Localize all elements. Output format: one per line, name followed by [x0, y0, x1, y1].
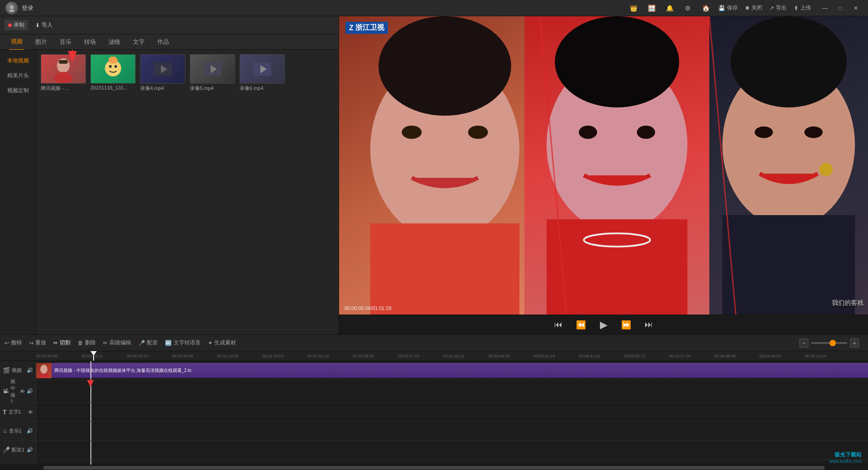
delete-button[interactable]: 🗑 删除	[78, 339, 96, 347]
play-button[interactable]: ▶	[597, 318, 610, 332]
tab-video[interactable]: 视频	[9, 34, 24, 50]
media-item-4[interactable]: 录像6.mp4	[240, 54, 285, 92]
export-label: 导出	[776, 4, 787, 12]
text-visibility-icon[interactable]: 👁	[28, 409, 33, 415]
voice-track-label: 配音1	[12, 446, 24, 453]
sidebar-item-custom[interactable]: 视频定制	[0, 83, 36, 98]
video-track-audio-icon[interactable]: 🔊	[27, 367, 33, 373]
track-label-subtitle: ≡ 字幕1 👁	[0, 460, 36, 465]
pip-audio-icon[interactable]: 🔊	[27, 388, 33, 394]
import-button[interactable]: ⬇ 导入	[32, 20, 56, 30]
video-clip[interactable]: 腾讯视频 - 中国领先的在线视频媒体平台,海量高清视频在线观看_2.ts	[52, 363, 868, 378]
music-audio-icon[interactable]: 🔊	[27, 428, 33, 434]
skip-to-start-button[interactable]: ⏮	[552, 318, 565, 332]
site-watermark: 极光下载站 www.kzdhz.com	[829, 451, 862, 464]
video-preview: Z 浙江卫视 我们的客栈 00:00:05.06/01:01:28	[339, 16, 868, 315]
close-button[interactable]: ✕	[849, 3, 863, 13]
ruler-mark-9: 00:02:45:22	[443, 354, 465, 358]
media-item-2[interactable]: 录像4.mp4	[140, 54, 185, 92]
tts-label: 文字转语音	[174, 339, 201, 347]
preview-watermark: 我们的客栈	[832, 299, 863, 307]
svg-point-25	[555, 16, 679, 108]
tab-image[interactable]: 图片	[33, 34, 49, 50]
tab-music[interactable]: 音乐	[58, 34, 73, 50]
text-track-label: 文字1	[9, 409, 21, 415]
generate-button[interactable]: ✦ 生成素材	[208, 339, 236, 347]
video-track-label: 视频	[12, 367, 22, 374]
sidebar-item-local-video[interactable]: 本地视频	[0, 53, 36, 68]
dubbing-button[interactable]: 🎤 配音	[138, 339, 158, 347]
close-action[interactable]: ✖ 关闭	[745, 4, 762, 12]
track-content-voice	[36, 441, 868, 459]
channel-name: 浙江卫视	[355, 23, 384, 33]
bell-icon[interactable]: 🔔	[664, 3, 675, 14]
save-icon: 💾	[718, 5, 725, 11]
undo-button[interactable]: ↩ 撤销	[5, 339, 22, 347]
crown-icon[interactable]: 👑	[628, 3, 639, 14]
face-right	[709, 16, 868, 315]
ruler-mark-14: 00:04:17:26	[669, 354, 691, 358]
tts-button[interactable]: 🔤 文字转语音	[165, 339, 201, 347]
topbar-right: 👑 🪟 🔔 ⚙ 🏠 💾 保存 ✖ 关闭 ↗ 导出 ⬆ 上传 —	[628, 3, 863, 14]
watermark-brand: 极光下载站	[829, 451, 862, 459]
redo-button[interactable]: ↪ 重做	[29, 339, 46, 347]
media-item-1[interactable]: 20231116_131...	[90, 54, 136, 92]
pip-visibility-icon[interactable]: 👁	[20, 389, 25, 394]
svg-rect-4	[59, 60, 68, 64]
import-icon: ⬇	[35, 22, 40, 28]
red-arrow-2	[63, 380, 99, 389]
minimize-button[interactable]: —	[818, 3, 832, 13]
maximize-button[interactable]: □	[834, 3, 847, 13]
cut-button[interactable]: ✂ 切割	[53, 339, 71, 347]
channel-logo: Z 浙江卫视	[345, 22, 388, 34]
settings-icon[interactable]: ⚙	[682, 3, 693, 14]
text-track-icon: T	[3, 409, 7, 416]
track-content-subtitle	[36, 460, 868, 465]
zoom-out-button[interactable]: −	[799, 338, 808, 348]
track-content-video: 腾讯视频 - 中国领先的在线视频媒体平台,海量高清视频在线观看_2.ts	[36, 361, 868, 380]
step-forward-button[interactable]: ⏩	[619, 318, 633, 332]
window-icon[interactable]: 🪟	[646, 3, 657, 14]
app-avatar	[5, 2, 18, 14]
ruler-mark-2: 00:00:36:24	[127, 354, 148, 358]
timeline-tracks: 🎬 视频 🔊 腾讯视频 - 中国领先的在线视频媒体平台,海量高清视频在线观看_	[0, 361, 868, 465]
preview-panel: Z 浙江卫视 我们的客栈 00:00:05.06/01:01:28	[339, 16, 868, 334]
ruler-mark-3: 00:00:55:06	[172, 354, 193, 358]
voice-audio-icon[interactable]: 🔊	[27, 447, 33, 453]
svg-point-30	[804, 127, 822, 138]
tab-text[interactable]: 文字	[131, 34, 146, 50]
cut-icon: ✂	[53, 340, 58, 346]
watermark-text: 我们的客栈	[832, 299, 863, 306]
thumb-label-1: 20231116_131...	[90, 85, 136, 90]
tab-works[interactable]: 作品	[156, 34, 171, 50]
svg-point-36	[40, 365, 47, 374]
scrollbar-thumb[interactable]	[43, 466, 825, 470]
ruler-mark-11: 00:03:22:18	[533, 354, 555, 358]
save-action[interactable]: 💾 保存	[718, 4, 738, 12]
export-action[interactable]: ↗ 导出	[769, 4, 787, 12]
skip-to-end-button[interactable]: ⏭	[642, 318, 656, 332]
timeline-toolbar: ↩ 撤销 ↪ 重做 ✂ 切割 🗑 删除 ✏ 高级编辑	[0, 335, 868, 351]
record-button[interactable]: 录制	[5, 20, 28, 30]
track-playhead-pip	[90, 380, 91, 402]
upload-action[interactable]: ⬆ 上传	[794, 4, 811, 12]
media-item-3[interactable]: 录像5.mp4	[190, 54, 235, 92]
svg-point-29	[755, 127, 773, 138]
topbar-title: 登录	[22, 4, 33, 12]
advanced-edit-button[interactable]: ✏ 高级编辑	[103, 339, 131, 347]
home-icon[interactable]: 🏠	[700, 3, 711, 14]
ruler-mark-16: 00:04:54:20	[760, 354, 781, 358]
redo-icon: ↪	[29, 340, 33, 346]
tab-transition[interactable]: 转场	[82, 34, 98, 50]
timeline-scrollbar[interactable]	[0, 465, 868, 470]
media-item-0[interactable]: 腾讯视频 - ...	[41, 54, 86, 92]
sidebar-item-featured[interactable]: 精美片头	[0, 68, 36, 83]
zoom-in-button[interactable]: +	[850, 338, 859, 348]
track-row-voice: 🎤 配音1 🔊	[0, 441, 868, 460]
tab-filter[interactable]: 滤镜	[107, 34, 122, 50]
close-label: 关闭	[751, 4, 762, 12]
topbar-left: 登录	[5, 2, 33, 14]
step-back-button[interactable]: ⏪	[574, 318, 588, 332]
dubbing-label: 配音	[147, 339, 158, 347]
zoom-slider[interactable]	[811, 342, 847, 344]
